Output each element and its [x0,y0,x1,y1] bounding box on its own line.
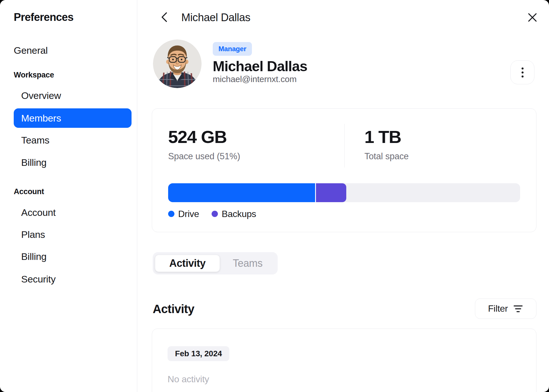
sidebar-item-overview[interactable]: Overview [21,90,61,101]
filter-icon [513,305,523,313]
close-icon [528,13,537,22]
back-button[interactable] [157,9,171,25]
sidebar-item-account[interactable]: Account [21,207,56,218]
sidebar-item-billing-workspace[interactable]: Billing [21,157,47,168]
usage-legend: Drive Backups [168,210,520,218]
backups-dot-icon [212,211,218,217]
legend-item-drive: Drive [168,209,199,219]
kebab-icon [522,67,524,69]
storage-usage-card: 524 GB Space used (51%) 1 TB Total space… [152,108,536,232]
drive-dot-icon [168,211,174,217]
sidebar-item-plans[interactable]: Plans [21,229,45,240]
avatar-illustration [153,39,202,88]
filter-button[interactable]: Filter [475,299,536,319]
usage-bar-drive-segment [168,183,316,202]
activity-log-card: Feb 13, 2024 No activity [152,329,536,392]
space-used-label: Space used (51%) [168,151,344,162]
space-used-stat: 524 GB Space used (51%) [168,124,344,168]
legend-item-backups: Backups [212,209,256,219]
activity-heading: Activity [153,302,194,317]
sidebar-item-members-label: Members [21,112,61,124]
sidebar-section-workspace: Workspace [14,70,54,80]
preferences-dialog: Preferences General Workspace Overview M… [0,0,549,392]
sidebar-item-members[interactable]: Members [14,108,132,128]
sidebar-section-account: Account [14,186,44,197]
member-options-button[interactable] [510,60,534,84]
sidebar-title: Preferences [14,10,73,24]
usage-bar-backups-segment [316,183,346,202]
sidebar-item-billing-account[interactable]: Billing [21,251,47,262]
tab-activity[interactable]: Activity [155,255,220,272]
member-detail-panel: Michael Dallas [138,0,549,392]
total-space-value: 1 TB [365,127,520,147]
legend-drive-label: Drive [178,209,199,219]
chevron-left-icon [161,12,167,22]
member-name: Michael Dallas [213,58,307,75]
sidebar-item-general[interactable]: General [14,45,48,56]
legend-backups-label: Backups [222,209,256,219]
storage-usage-bar [168,183,520,202]
total-space-stat: 1 TB Total space [344,124,520,168]
close-button[interactable] [524,9,541,26]
detail-tabs: Activity Teams [153,252,278,274]
sidebar-item-teams[interactable]: Teams [21,134,49,146]
activity-empty-text: No activity [168,374,521,385]
member-email: michael@internxt.com [213,74,297,85]
activity-date-chip: Feb 13, 2024 [168,346,229,361]
filter-button-label: Filter [488,303,508,314]
sidebar-item-security[interactable]: Security [21,273,55,285]
page-title: Michael Dallas [181,11,250,24]
tab-teams[interactable]: Teams [220,255,275,272]
usage-stats-row: 524 GB Space used (51%) 1 TB Total space [168,124,520,168]
avatar [153,39,202,88]
sidebar: Preferences General Workspace Overview M… [0,0,137,392]
total-space-label: Total space [365,151,520,162]
role-badge: Manager [213,42,252,56]
space-used-value: 524 GB [168,127,344,147]
